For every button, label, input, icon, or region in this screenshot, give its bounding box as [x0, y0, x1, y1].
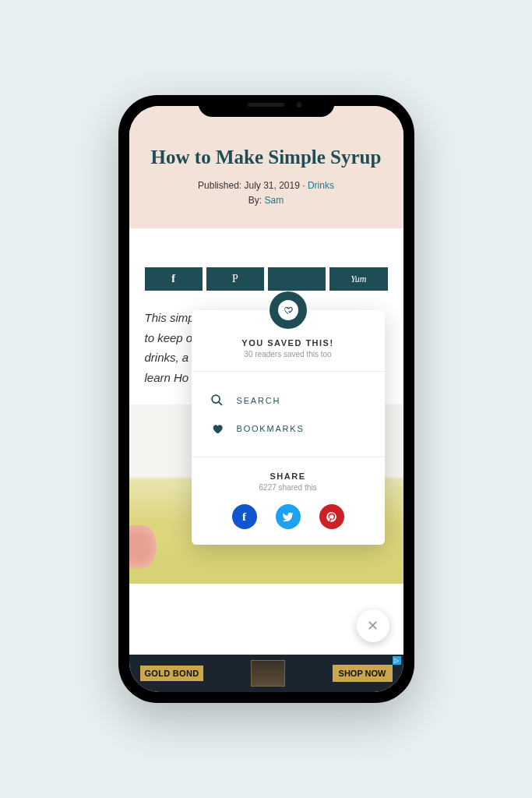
saved-title: YOU SAVED THIS! [192, 338, 385, 348]
phone-notch [198, 95, 334, 117]
ad-product-image [251, 660, 285, 687]
saved-subtitle: 30 readers saved this too [192, 350, 385, 358]
heart-check-icon [278, 300, 298, 320]
by-label: By: [248, 195, 262, 206]
adchoices-icon[interactable]: ▷ [393, 656, 401, 665]
pinterest-icon [326, 511, 337, 523]
popover-share-section: SHARE 6227 shared this f [192, 457, 385, 529]
grow-popover: YOU SAVED THIS! 30 readers saved this to… [192, 310, 385, 545]
category-link[interactable]: Drinks [308, 180, 334, 191]
close-button[interactable]: ✕ [357, 609, 389, 642]
screen: How to Make Simple Syrup Published: July… [129, 106, 403, 692]
article-header: How to Make Simple Syrup Published: July… [129, 106, 403, 228]
article-meta-published: Published: July 31, 2019 · Drinks [145, 180, 388, 191]
facebook-icon: f [171, 273, 175, 285]
article-meta-author: By: Sam [145, 195, 388, 206]
ad-brand: GOLD BOND [140, 666, 204, 681]
share-twitter-icon[interactable] [276, 504, 301, 529]
share-pinterest-icon[interactable] [319, 504, 344, 529]
bookmarks-label: BOOKMARKS [237, 424, 305, 433]
share-title: SHARE [192, 471, 385, 481]
svg-line-1 [219, 402, 222, 405]
share-bar: f P Yum [145, 267, 388, 291]
share-icons-row: f [192, 504, 385, 529]
close-icon: ✕ [367, 617, 379, 634]
popover-badge [270, 291, 307, 329]
heart-icon [210, 422, 224, 435]
svg-point-0 [212, 395, 220, 403]
share-yummly-button[interactable]: Yum [329, 267, 387, 291]
share-facebook-icon[interactable]: f [232, 504, 257, 529]
share-facebook-button[interactable]: f [145, 267, 203, 291]
published-label: Published: [198, 180, 241, 191]
meta-separator: · [302, 180, 308, 191]
share-subtitle: 6227 shared this [192, 483, 385, 492]
twitter-icon [282, 511, 294, 523]
yummly-icon: Yum [351, 274, 366, 285]
search-icon [210, 394, 224, 407]
author-link[interactable]: Sam [265, 195, 284, 206]
pinterest-icon: P [232, 273, 238, 285]
article-title: How to Make Simple Syrup [145, 145, 388, 169]
popover-menu: SEARCH BOOKMARKS [192, 372, 385, 457]
bookmarks-menu-item[interactable]: BOOKMARKS [210, 415, 366, 443]
search-label: SEARCH [237, 396, 281, 405]
share-grow-button[interactable] [268, 267, 326, 291]
share-pinterest-button[interactable]: P [206, 267, 264, 291]
published-date: July 31, 2019 [244, 180, 299, 191]
facebook-icon: f [242, 510, 246, 524]
search-menu-item[interactable]: SEARCH [210, 386, 366, 415]
ad-cta-button[interactable]: SHOP NOW [333, 665, 393, 682]
ad-banner[interactable]: GOLD BOND SHOP NOW ▷ [129, 655, 403, 692]
phone-frame: How to Make Simple Syrup Published: July… [118, 95, 414, 703]
